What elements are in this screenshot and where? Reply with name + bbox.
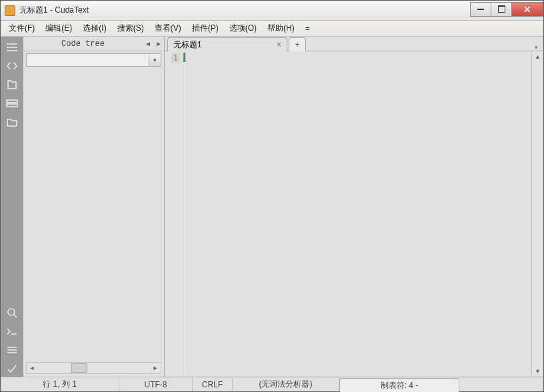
folder-icon[interactable] (3, 114, 21, 130)
tree-filter-dropdown-icon[interactable]: ▾ (149, 53, 161, 67)
scroll-left-icon[interactable]: ◄ (27, 363, 37, 373)
side-panel: Code tree ◄ ► ▾ ◄ ► (23, 37, 165, 377)
tree-filter: ▾ (26, 53, 161, 67)
panel-prev-icon[interactable]: ◄ (143, 37, 153, 51)
editor-vscrollbar[interactable]: ▲ ▼ (531, 51, 543, 377)
tab-close-icon[interactable]: × (277, 40, 281, 49)
editor-area: 无标题1 × + ▾ 1 ▲ ▼ (165, 37, 543, 377)
text-area[interactable] (183, 51, 531, 377)
console-icon[interactable] (3, 323, 21, 339)
tab-untitled1[interactable]: 无标题1 × (167, 37, 287, 51)
window-title: 无标题1 - CudaText (19, 5, 470, 16)
hscroll-thumb[interactable] (71, 363, 87, 373)
titlebar: 无标题1 - CudaText (1, 1, 543, 21)
line-gutter: 1 (165, 51, 183, 377)
status-encoding[interactable]: UTF-8 (119, 377, 193, 391)
menu-plugins[interactable]: 插件(P) (187, 21, 224, 35)
app-window: 无标题1 - CudaText 文件(F) 编辑(E) 选择(I) 搜索(S) … (0, 0, 544, 392)
menu-select[interactable]: 选择(I) (77, 21, 111, 35)
status-lexer[interactable]: (无词法分析器) (233, 377, 339, 391)
tab-menu-icon[interactable]: ▾ (531, 44, 543, 51)
svg-rect-3 (7, 100, 17, 103)
panel-next-icon[interactable]: ► (153, 37, 164, 51)
status-bar: 行 1, 列 1 UTF-8 CRLF (无词法分析器) 制表符: 4 - (1, 377, 543, 391)
menu-options[interactable]: 选项(O) (224, 21, 262, 35)
code-tree-icon[interactable] (3, 58, 21, 74)
menu-equals[interactable]: = (300, 23, 315, 35)
svg-line-6 (14, 315, 17, 317)
tab-label: 无标题1 (173, 39, 202, 51)
scroll-up-icon[interactable]: ▲ (532, 51, 543, 62)
status-spacer (461, 377, 543, 391)
output-icon[interactable] (3, 342, 21, 358)
scroll-down-icon[interactable]: ▼ (532, 366, 543, 377)
search-icon[interactable] (3, 305, 21, 321)
project-icon[interactable] (3, 77, 21, 93)
status-eol[interactable]: CRLF (193, 377, 233, 391)
menu-view[interactable]: 查看(V) (149, 21, 187, 35)
svg-point-5 (8, 309, 15, 315)
side-panel-title: Code tree (23, 39, 143, 49)
line-number: 1 (171, 53, 180, 63)
side-panel-header: Code tree ◄ ► (23, 37, 164, 51)
new-tab-button[interactable]: + (289, 37, 306, 51)
code-tree-view[interactable] (26, 70, 161, 361)
minimize-button[interactable] (470, 2, 491, 17)
tabs-icon[interactable] (3, 95, 21, 111)
maximize-button[interactable] (491, 2, 512, 17)
vertical-toolbar (1, 37, 23, 377)
hamburger-icon[interactable] (3, 39, 21, 55)
tree-hscrollbar[interactable]: ◄ ► (26, 362, 161, 374)
close-button[interactable] (511, 2, 543, 17)
editor: 1 ▲ ▼ (165, 51, 543, 377)
validate-icon[interactable] (3, 361, 21, 377)
scroll-right-icon[interactable]: ► (150, 363, 161, 373)
menu-file[interactable]: 文件(F) (3, 21, 40, 35)
menu-edit[interactable]: 编辑(E) (40, 21, 77, 35)
menu-help[interactable]: 帮助(H) (262, 21, 300, 35)
status-position[interactable]: 行 1, 列 1 (1, 377, 119, 391)
tab-bar: 无标题1 × + ▾ (165, 37, 543, 51)
caret (185, 53, 185, 62)
app-icon (5, 5, 15, 16)
menu-search[interactable]: 搜索(S) (112, 21, 149, 35)
status-tabsize[interactable]: 制表符: 4 - (339, 378, 459, 392)
svg-rect-4 (7, 104, 17, 107)
main-area: Code tree ◄ ► ▾ ◄ ► 无标题1 × + (1, 37, 543, 377)
tree-filter-input[interactable] (26, 53, 149, 67)
menubar: 文件(F) 编辑(E) 选择(I) 搜索(S) 查看(V) 插件(P) 选项(O… (1, 21, 543, 37)
